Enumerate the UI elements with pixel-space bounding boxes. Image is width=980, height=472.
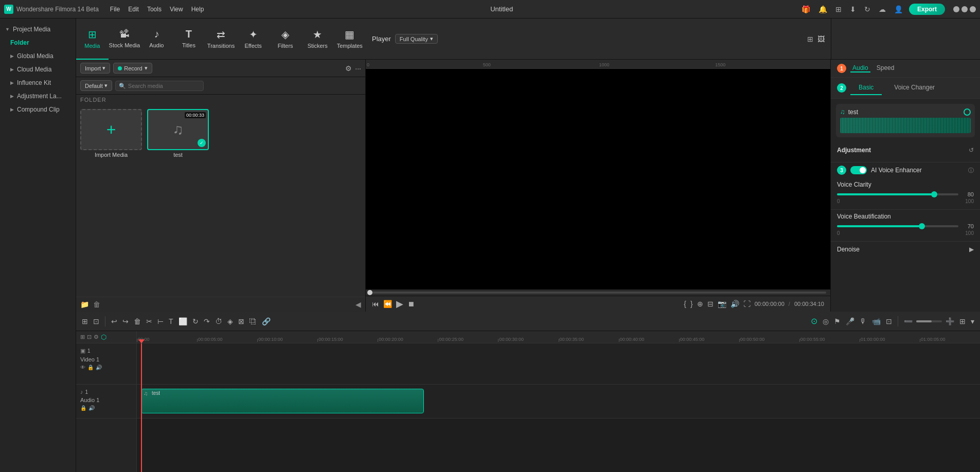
voiceover-icon[interactable]: 🎙 <box>858 316 868 326</box>
track-settings-icon[interactable]: ⚙ <box>94 334 99 340</box>
text-icon[interactable]: T <box>167 316 175 326</box>
maximize-button[interactable] <box>961 6 968 12</box>
crop-icon[interactable]: ⬜ <box>177 316 189 326</box>
speed-icon[interactable]: ⏱ <box>213 316 224 326</box>
fullscreen-icon[interactable]: ⛶ <box>743 300 751 308</box>
sidebar-item-cloud[interactable]: ▶ Cloud Media <box>0 63 76 76</box>
track-visibility-icon[interactable]: 👁 <box>80 365 85 370</box>
list-item[interactable]: ♫ 00:00:33 ✓ test <box>147 109 209 158</box>
audio-track-mute-icon[interactable]: 🔊 <box>88 405 95 411</box>
toolbar-templates[interactable]: ▦ Templates <box>334 19 366 60</box>
copy-icon[interactable]: ⿻ <box>248 316 258 326</box>
zoom-slider[interactable] <box>916 320 942 322</box>
insert-icon[interactable]: ⊕ <box>697 300 703 308</box>
sidebar-item-project-media[interactable]: ▼ Project Media <box>0 23 76 36</box>
voice-clarity-thumb[interactable] <box>931 191 937 197</box>
delete-icon[interactable]: 🗑 <box>93 300 100 308</box>
subtab-voice-changer[interactable]: Voice Changer <box>886 81 943 95</box>
fit-icon[interactable]: ⊟ <box>707 300 714 308</box>
snapshot-icon[interactable]: 🖼 <box>817 35 825 43</box>
sidebar-item-folder[interactable]: Folder <box>0 36 76 49</box>
mark-out-icon[interactable]: } <box>690 300 693 308</box>
download-icon[interactable]: ⬇ <box>848 4 858 14</box>
center-loop-icon[interactable]: ⊙ <box>809 315 819 327</box>
sidebar-item-influence[interactable]: ▶ Influence Kit <box>0 76 76 89</box>
menu-edit[interactable]: Edit <box>128 6 139 13</box>
playhead[interactable] <box>141 343 142 472</box>
avatar-icon[interactable]: 👤 <box>892 4 905 14</box>
menu-tools[interactable]: Tools <box>147 6 162 13</box>
track-audio-icon[interactable]: 🔊 <box>96 365 102 370</box>
undo-icon[interactable]: ↩ <box>110 316 119 326</box>
mark-in-icon[interactable]: { <box>684 300 686 308</box>
import-media-thumb[interactable]: + <box>80 109 142 150</box>
toolbar-stock[interactable]: 📽 Stock Media <box>109 19 141 60</box>
filter-icon[interactable]: ⚙ <box>345 64 352 72</box>
audio-file-thumb[interactable]: ♫ 00:00:33 ✓ <box>147 109 209 150</box>
grid-view-icon[interactable]: ⊞ <box>807 35 813 43</box>
toolbar-effects[interactable]: ✦ Effects <box>237 19 270 60</box>
gift-icon[interactable]: 🎁 <box>799 4 812 14</box>
snap-icon[interactable]: ◎ <box>821 316 830 326</box>
stop-icon[interactable]: ⏹ <box>407 300 415 308</box>
layout-icon[interactable]: ⊞ <box>80 316 90 326</box>
screenshot-icon[interactable]: 📷 <box>718 300 726 308</box>
audio-clip[interactable]: ♫ test <box>141 389 424 413</box>
mic-icon[interactable]: 🎤 <box>844 316 856 326</box>
close-button[interactable] <box>970 6 976 12</box>
screen-rec-icon[interactable]: 📹 <box>870 316 882 326</box>
player-quality-selector[interactable]: Full Quality ▾ <box>395 34 438 44</box>
import-button[interactable]: Import ▾ <box>80 63 110 74</box>
group-icon[interactable]: ⊠ <box>237 316 246 326</box>
notification-icon[interactable]: 🔔 <box>816 4 829 14</box>
menu-view[interactable]: View <box>170 6 183 13</box>
reset-icon[interactable]: ↺ <box>969 147 974 154</box>
audio-ctrl-icon[interactable]: 🔊 <box>730 300 739 308</box>
toolbar-media[interactable]: ⊞ Media <box>76 19 109 60</box>
list-item[interactable]: + Import Media <box>80 109 142 158</box>
grid-list-icon[interactable]: ⊞ <box>958 316 967 326</box>
track-lock-icon[interactable]: 🔒 <box>87 365 94 370</box>
cut-icon[interactable]: ✂ <box>145 316 154 326</box>
forward-icon[interactable]: ↷ <box>202 316 211 326</box>
more-options-icon[interactable]: ▾ <box>969 316 976 326</box>
magnet-icon[interactable]: ⊡ <box>92 316 101 326</box>
record-button[interactable]: Record ▾ <box>113 63 152 74</box>
ai-enhancer-toggle[interactable] <box>850 166 867 174</box>
split-icon[interactable]: ⊢ <box>156 316 165 326</box>
player-scrubber[interactable] <box>370 292 826 294</box>
collapse-icon[interactable]: ◀ <box>355 300 361 308</box>
play-icon[interactable]: ▶ <box>396 298 403 310</box>
cloud-icon[interactable]: ☁ <box>877 4 888 14</box>
tab-audio[interactable]: Audio <box>850 64 870 72</box>
frame-back-icon[interactable]: ⏪ <box>383 300 392 308</box>
menu-help[interactable]: Help <box>191 6 204 13</box>
sidebar-item-compound[interactable]: ▶ Compound Clip <box>0 103 76 116</box>
skip-back-icon[interactable]: ⏮ <box>372 300 379 308</box>
add-new-track-icon[interactable]: ⬡ <box>101 333 106 341</box>
default-sort-button[interactable]: Default ▾ <box>80 80 112 91</box>
subtab-basic[interactable]: Basic <box>850 81 882 95</box>
menu-file[interactable]: File <box>110 6 120 13</box>
export-button[interactable]: Export <box>909 4 945 15</box>
ai-info-icon[interactable]: ⓘ <box>968 167 974 174</box>
search-input[interactable] <box>115 81 204 91</box>
add-track-audio-icon[interactable]: ⊡ <box>87 334 92 340</box>
add-track-video-icon[interactable]: ⊞ <box>80 334 85 340</box>
grid-icon[interactable]: ⊞ <box>833 4 844 14</box>
audio-track-lock-icon[interactable]: 🔒 <box>80 405 86 411</box>
toolbar-audio[interactable]: ♪ Audio <box>140 19 173 60</box>
denoise-expand-icon[interactable]: ▶ <box>969 246 974 253</box>
tab-speed[interactable]: Speed <box>875 64 897 72</box>
redo-icon[interactable]: ↪ <box>121 316 130 326</box>
toolbar-filters[interactable]: ◈ Filters <box>269 19 301 60</box>
zoom-out-icon[interactable]: ➖ <box>902 316 914 326</box>
voice-beautification-thumb[interactable] <box>919 223 925 229</box>
link-icon[interactable]: 🔗 <box>260 316 272 326</box>
zoom-in-icon[interactable]: ➕ <box>944 316 956 326</box>
voice-beautification-track[interactable] <box>837 225 958 227</box>
audio-knob[interactable] <box>964 108 971 116</box>
toolbar-transitions[interactable]: ⇄ Transitions <box>205 19 237 60</box>
more-icon[interactable]: ··· <box>355 64 361 72</box>
audio-sep-icon[interactable]: ◈ <box>226 316 235 326</box>
